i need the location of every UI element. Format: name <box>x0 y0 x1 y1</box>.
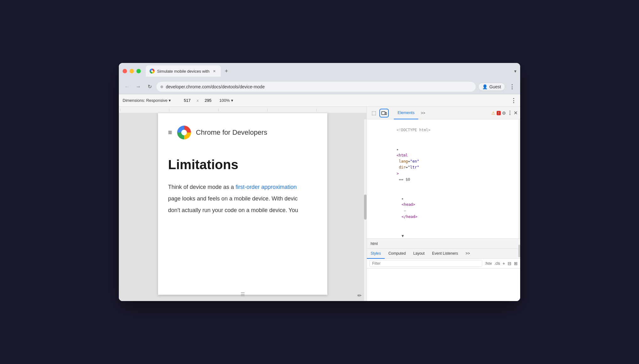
warning-icon: ⚠ <box>491 111 495 116</box>
device-mode-toggle[interactable] <box>379 109 389 117</box>
height-input[interactable] <box>202 98 214 103</box>
tab-event-listeners[interactable]: Event Listeners <box>428 249 462 259</box>
devtools-panel: ⬚ Elements >> <box>367 107 520 301</box>
page-header: ≡ Chrome for Developers <box>168 121 317 144</box>
pencil-icon[interactable]: ✏ <box>357 293 362 299</box>
svg-rect-1 <box>385 112 387 115</box>
ruler-mark <box>218 109 267 111</box>
active-tab[interactable]: Simulate mobile devices with ✕ <box>146 65 221 77</box>
dom-line-body[interactable]: ▼ <body class="tenant--chrome color-sche… <box>367 226 520 238</box>
attr-lang-val: "en" <box>410 159 419 164</box>
tab-layout[interactable]: Layout <box>409 249 428 259</box>
zoom-dropdown[interactable]: 100% ▾ <box>219 98 233 103</box>
minimize-button[interactable] <box>129 69 134 73</box>
site-name: Chrome for Developers <box>196 128 267 137</box>
page-body-paragraph: Think of device mode as a first-order ap… <box>168 183 317 192</box>
device-toolbar-more-button[interactable]: ⋮ <box>511 97 516 104</box>
device-viewport: ≡ Chrome for Developers Limitations <box>158 113 327 295</box>
chrome-logo-center <box>181 130 187 135</box>
pseudo-filter-button[interactable]: :hov <box>485 261 492 266</box>
page-title: Limitations <box>168 157 317 173</box>
devtools-scrollbar[interactable] <box>518 119 520 238</box>
new-tab-button[interactable]: + <box>222 67 231 75</box>
viewport-area: ≡ Chrome for Developers Limitations <box>119 107 367 301</box>
chevron-down-icon[interactable]: ▾ <box>514 69 516 74</box>
devtools-icon-bar: ⬚ <box>367 109 391 117</box>
attr-eq: = <box>408 159 410 164</box>
doctype-text: <!DOCTYPE html> <box>397 128 430 132</box>
dimensions-label: Dimensions: Responsive <box>123 98 167 103</box>
tab-bar: Simulate mobile devices with ✕ + <box>146 65 512 77</box>
dom-line-html[interactable]: ▸ <html lang="en" dir="ltr" > == $0 <box>367 140 520 190</box>
tab-favicon <box>150 69 155 74</box>
page-body-paragraph-2: page looks and feels on a mobile device.… <box>168 194 317 203</box>
tag-head-close: </head> <box>402 215 418 219</box>
new-style-rule-button[interactable]: ⊞ <box>514 261 518 266</box>
tab-close-button[interactable]: ✕ <box>212 69 217 74</box>
guest-button[interactable]: 👤 Guest <box>478 83 505 91</box>
hamburger-icon[interactable]: ≡ <box>168 128 172 137</box>
address-text: developer.chrome.com/docs/devtools/devic… <box>166 84 472 89</box>
attr-eq2: = <box>406 165 408 169</box>
styles-tabs: Styles Computed Layout Event Listeners >… <box>367 249 520 259</box>
title-bar: Simulate mobile devices with ✕ + ▾ <box>119 63 520 79</box>
tag-close: > <box>397 171 399 176</box>
device-mode-svg <box>381 110 387 116</box>
body-link[interactable]: first-order approximation <box>235 184 297 190</box>
dimensions-dropdown[interactable]: Dimensions: Responsive ▾ <box>123 98 171 103</box>
settings-icon[interactable]: ⚙ <box>502 111 506 116</box>
add-style-button[interactable]: + <box>503 261 505 266</box>
browser-more-button[interactable]: ⋮ <box>508 82 516 91</box>
svg-rect-0 <box>382 112 385 115</box>
expand-head-icon[interactable]: ▸ <box>402 196 404 201</box>
devtools-header-right: ⚠ ! ⚙ ⋮ ✕ <box>489 110 520 116</box>
forward-button[interactable]: → <box>134 82 143 91</box>
address-bar[interactable]: ⊕ developer.chrome.com/docs/devtools/dev… <box>156 82 476 92</box>
expand-icon[interactable]: ▸ <box>397 147 399 152</box>
element-state-button[interactable]: ⊟ <box>508 261 511 266</box>
devtools-left-icons: ⬚ <box>369 109 389 117</box>
scroll-thumb <box>364 195 367 220</box>
dom-line-doctype: <!DOCTYPE html> <box>367 121 520 140</box>
styles-tab-more[interactable]: >> <box>462 249 474 259</box>
tab-elements[interactable]: Elements <box>394 107 418 119</box>
page-body-paragraph-3: don't actually run your code on a mobile… <box>168 206 317 215</box>
dimensions-dropdown-arrow: ▾ <box>169 98 171 103</box>
ruler <box>119 107 367 113</box>
maximize-button[interactable] <box>136 69 141 73</box>
ruler-mark <box>316 109 365 111</box>
body-text-2: page looks and feels on a mobile device.… <box>168 195 298 202</box>
viewport-scrollbar[interactable] <box>364 119 367 301</box>
body-text-1: Think of device mode as a <box>168 184 235 190</box>
devtools-scrollbar-thumb <box>518 245 520 257</box>
styles-filter-input[interactable] <box>369 260 482 267</box>
dom-line-head[interactable]: ▸ <head> ⋯ </head> <box>367 189 520 226</box>
head-ellipsis: ⋯ <box>402 209 409 213</box>
dom-eq: == $0 <box>397 177 410 182</box>
chrome-logo-ring <box>177 126 191 139</box>
devtools-close-button[interactable]: ✕ <box>514 110 518 116</box>
tab-styles[interactable]: Styles <box>367 249 385 259</box>
refresh-button[interactable]: ↻ <box>145 82 154 91</box>
browser-window: Simulate mobile devices with ✕ + ▾ ← → ↻… <box>119 63 520 301</box>
tab-computed[interactable]: Computed <box>385 249 409 259</box>
site-lock-icon: ⊕ <box>160 85 163 89</box>
expand-body-icon[interactable]: ▼ <box>402 234 404 238</box>
width-input[interactable] <box>181 98 193 103</box>
back-button[interactable]: ← <box>123 82 131 91</box>
bottom-handle: ☰ <box>240 291 245 297</box>
devtools-more-button[interactable]: ⋮ <box>507 110 512 116</box>
tab-more-button[interactable]: >> <box>418 111 428 115</box>
zoom-label: 100% <box>219 98 230 103</box>
cls-filter-button[interactable]: .cls <box>494 261 500 266</box>
devtools-header: ⬚ Elements >> <box>367 107 520 119</box>
attr-dir-val: "ltr" <box>408 165 419 169</box>
device-toolbar: Dimensions: Responsive ▾ x 100% ▾ ⋮ <box>119 94 520 107</box>
traffic-lights <box>123 69 141 73</box>
styles-breadcrumb-bar: html <box>367 239 520 249</box>
chrome-dev-logo <box>177 126 191 139</box>
inspect-icon[interactable]: ⬚ <box>369 109 378 117</box>
breadcrumb: html <box>367 242 382 246</box>
close-button[interactable] <box>123 69 127 73</box>
dom-tree: <!DOCTYPE html> ▸ <html lang="en" dir="l… <box>367 119 520 238</box>
